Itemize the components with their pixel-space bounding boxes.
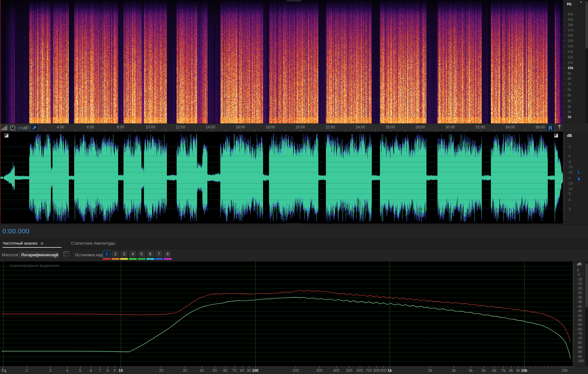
plot-freq-tick-label: 9	[113, 368, 116, 373]
plot-db-tick-label: -45	[577, 309, 582, 313]
plot-db-tick-label: -70	[577, 332, 582, 335]
time-label: 28:00	[415, 125, 425, 129]
time-label: 10:00	[146, 125, 155, 129]
plot-freq-tick-label: 10	[118, 368, 123, 373]
plot-freq-tick-label: 400	[333, 368, 339, 373]
frequency-analysis-plot[interactable]: Анализированое выделение дБ 0-5-10-15-20…	[0, 262, 588, 366]
wave-db-label: -12	[568, 187, 573, 191]
plot-freq-tick-label: 5	[79, 368, 81, 373]
scale-label: Масштаб:	[2, 252, 20, 257]
waveform-panel[interactable]	[0, 132, 563, 224]
frame-hold-button-3[interactable]: 3	[120, 250, 128, 257]
wave-db-label: -18	[568, 170, 573, 174]
plot-freq-tick-label: 10k	[521, 368, 527, 373]
time-label: 4:00	[57, 125, 64, 129]
wave-db-label: -6	[568, 154, 571, 158]
pin-playhead-button[interactable]	[30, 124, 38, 131]
time-label: 34:00	[505, 125, 515, 129]
waveform-db-scale[interactable]: dB -3-6-9-12-18-∞-18-12-9-6-3 L R	[563, 132, 588, 224]
spectrogram-frequency-scale[interactable]: Hz ▼ 20k19k18k17k16k15k14k13k12k11k10k9k…	[563, 0, 588, 123]
freq-scale-label: 8k	[568, 77, 571, 80]
plot-db-tick-label: -60	[577, 323, 582, 326]
plot-freq-tick-label: 600	[357, 368, 363, 373]
magnet-icon	[548, 126, 552, 130]
freq-scale-label: 18k	[568, 23, 573, 27]
frame-hold-button-6[interactable]: 6	[146, 250, 154, 257]
panel-menu-icon[interactable]: ≡	[41, 242, 43, 245]
plot-freq-tick-label: 7	[99, 368, 101, 373]
freq-scale-label: 12k	[568, 55, 573, 59]
freq-scale-label: 13k	[568, 50, 573, 53]
scale-select[interactable]: Логарифмический	[18, 251, 59, 259]
plot-freq-tick-label: 500	[346, 368, 352, 373]
spectrogram-canvas[interactable]	[0, 0, 563, 123]
time-label: 32:00	[475, 125, 485, 129]
frame-hold-button-4[interactable]: 4	[129, 250, 137, 257]
plot-db-unit: дБ	[577, 262, 582, 266]
frame-hold-button-5[interactable]: 5	[138, 250, 146, 257]
hud-clock-icon[interactable]	[9, 125, 16, 132]
plot-freq-tick-label: 8k	[509, 368, 513, 373]
plot-freq-tick-label: 6k	[492, 368, 497, 373]
copy-snapshot-button[interactable]	[64, 252, 69, 256]
frame-hold-button-8[interactable]: 8	[164, 250, 172, 257]
frame-hold-button-7[interactable]: 7	[155, 250, 163, 257]
plot-freq-tick-label: 90	[247, 368, 251, 373]
spectrogram-panel[interactable]	[0, 0, 563, 123]
plot-db-tick-label: -65	[577, 327, 582, 331]
plot-freq-tick-label: 100	[252, 368, 258, 373]
corner-widget-right[interactable]	[554, 133, 558, 138]
time-display[interactable]: 0:00.000	[3, 227, 30, 235]
marker-pin-icon[interactable]	[557, 125, 562, 132]
plot-db-tick-label: -15	[577, 282, 582, 285]
plot-freq-tick-label: 2k	[428, 368, 432, 373]
plot-freq-tick-label: 6	[90, 368, 92, 373]
tab-amplitude-statistics[interactable]: Статистика Амплитуды	[71, 238, 115, 248]
frame-hold-button-1[interactable]: 1	[103, 250, 111, 257]
freq-scale-label: 16k	[568, 33, 573, 37]
levels-icon[interactable]	[1, 125, 8, 132]
frame-hold-color-bar	[164, 258, 172, 260]
plot-db-tick-label: -80	[577, 341, 582, 344]
wave-db-label: -18	[568, 182, 573, 185]
plot-freq-tick-label: 30	[183, 368, 187, 373]
frame-hold-button-2[interactable]: 2	[112, 250, 119, 257]
time-label: 26:00	[386, 125, 395, 129]
plot-frequency-axis: Гц 2345678910203040506070809010020030040…	[0, 366, 588, 374]
freq-scale-label: 19k	[568, 18, 573, 21]
playhead[interactable]	[0, 0, 0, 224]
scale-select-value: Логарифмический	[21, 252, 58, 257]
time-label: 30:00	[445, 125, 455, 129]
freq-scale-label: 6k	[568, 88, 571, 91]
corner-widget-left[interactable]	[4, 133, 8, 138]
timeline-ruler[interactable]: 2:004:006:008:0010:0012:0014:0016:0018:0…	[0, 123, 563, 132]
plot-freq-tick-label: 200	[293, 368, 299, 373]
time-label: 36:00	[536, 125, 545, 129]
scale-menu-arrow-icon[interactable]: ▼	[580, 1, 582, 4]
channel-left-button[interactable]: L	[576, 170, 582, 175]
plot-freq-tick-label: 3	[49, 368, 52, 373]
hud-gain-unit: dB	[23, 126, 28, 130]
frequency-plot-canvas[interactable]	[0, 262, 573, 366]
spectrogram-scrollbar[interactable]	[585, 0, 588, 123]
plot-freq-tick-label: 4k	[469, 368, 473, 373]
tab-frequency-analysis[interactable]: Частотный анализ ≡	[3, 238, 43, 248]
tab-label: Статистика Амплитуды	[71, 241, 115, 246]
hud-gain-value[interactable]: +0	[17, 126, 22, 130]
freq-scale-label: 20k	[568, 12, 573, 16]
freq-scale-label: 4k	[568, 99, 571, 103]
plot-freq-tick-label: 700	[366, 368, 372, 373]
time-label: 8:00	[117, 125, 124, 129]
plot-freq-tick-label: 20	[159, 368, 163, 373]
waveform-canvas[interactable]	[0, 132, 563, 224]
channel-right-button[interactable]: R	[576, 176, 582, 182]
plot-freq-tick-label: 800	[374, 368, 380, 373]
snap-magnet-button[interactable]	[546, 124, 554, 131]
plot-freq-tick-label: 70	[232, 368, 236, 373]
frame-hold-color-bar	[146, 258, 154, 260]
plot-freq-tick-label: 300	[316, 368, 322, 373]
panel-grip-top[interactable]	[287, 0, 301, 1]
freq-scale-label: 1k	[568, 115, 571, 119]
freq-scale-label: 11k	[568, 61, 573, 64]
plot-scrollbar[interactable]	[585, 262, 588, 366]
